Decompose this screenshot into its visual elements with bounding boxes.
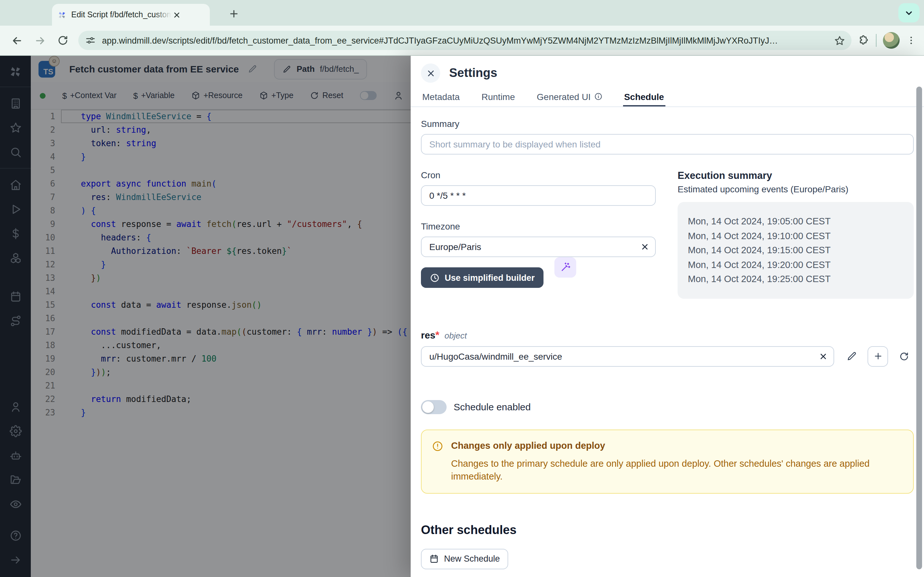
simplified-builder-button[interactable]: Use simplified builder [421,268,544,288]
close-icon [426,68,435,78]
new-schedule-button[interactable]: New Schedule [421,548,508,569]
clock-icon [430,273,439,282]
browser-chrome: Edit Script f/bd/fetch_custom [0,0,924,56]
upcoming-events-box: Mon, 14 Oct 2024, 19:05:00 CESTMon, 14 O… [678,202,914,298]
ai-wand-button[interactable] [554,257,576,277]
browser-tab[interactable]: Edit Script f/bd/fetch_custom [52,4,210,26]
res-arg-name: res [421,329,435,340]
refresh-resource-button[interactable] [895,347,914,366]
summary-label: Summary [421,119,914,129]
upcoming-event: Mon, 14 Oct 2024, 19:25:00 CEST [688,272,903,286]
forward-button[interactable] [31,31,49,49]
url-text[interactable]: app.windmill.dev/scripts/edit/f/bd/fetch… [102,35,829,45]
summary-input[interactable] [421,134,914,155]
tab-close-icon[interactable] [173,11,181,19]
edit-resource-button[interactable] [842,347,861,366]
close-drawer-button[interactable] [421,63,440,83]
new-tab-button[interactable] [226,6,241,21]
drawer-title: Settings [449,66,497,80]
schedule-enabled-toggle[interactable] [421,400,447,414]
clear-timezone-icon[interactable] [640,242,649,251]
add-resource-plus-button[interactable] [868,346,888,366]
timezone-label: Timezone [421,221,656,231]
warning-title: Changes only applied upon deploy [451,440,903,450]
pencil-icon [846,351,857,362]
tab-list-chevron-button[interactable] [898,3,919,23]
schedule-enabled-label: Schedule enabled [454,401,531,412]
plus-icon [873,351,883,361]
profile-avatar[interactable] [883,32,900,49]
other-schedules-title: Other schedules [421,523,914,537]
cron-label: Cron [421,170,656,180]
execution-summary-subtitle: Estimated upcoming events (Europe/Paris) [678,184,914,194]
magic-wand-icon [560,262,570,272]
deploy-warning-box: Changes only applied upon deploy Changes… [421,429,914,493]
alert-circle-icon [432,440,443,482]
menu-kebab-icon[interactable] [906,35,916,45]
settings-tabs: MetadataRuntimeGenerated UISchedule [411,88,924,107]
back-button[interactable] [8,31,26,49]
bookmark-star-icon[interactable] [834,35,845,46]
resource-input[interactable] [421,346,835,366]
drawer-scrollbar[interactable] [916,87,922,569]
res-arg-type: object [445,330,467,340]
toolbar-separator [876,34,877,47]
tab-strip: Edit Script f/bd/fetch_custom [0,0,924,26]
settings-tab-metadata[interactable]: Metadata [421,88,461,106]
required-asterisk: * [435,329,439,340]
settings-drawer: Settings MetadataRuntimeGenerated UISche… [411,56,924,577]
windmill-favicon [57,10,67,19]
upcoming-event: Mon, 14 Oct 2024, 19:05:00 CEST [688,214,903,229]
settings-tab-generated-ui[interactable]: Generated UI [535,88,604,106]
address-bar[interactable]: app.windmill.dev/scripts/edit/f/bd/fetch… [78,31,851,50]
settings-tab-schedule[interactable]: Schedule [623,88,666,106]
extensions-icon[interactable] [858,35,869,46]
cron-input[interactable] [421,185,656,206]
settings-tab-runtime[interactable]: Runtime [480,88,516,106]
info-icon [594,92,602,101]
refresh-icon [899,351,909,361]
browser-toolbar: app.windmill.dev/scripts/edit/f/bd/fetch… [0,26,924,56]
clear-resource-icon[interactable] [819,351,828,361]
calendar-icon [429,554,439,564]
upcoming-event: Mon, 14 Oct 2024, 19:15:00 CEST [688,243,903,258]
drawer-backdrop[interactable] [0,56,411,577]
warning-body: Changes to the primary schedule are only… [451,457,903,482]
reload-button[interactable] [54,31,72,49]
execution-summary-title: Execution summary [678,170,914,181]
upcoming-event: Mon, 14 Oct 2024, 19:20:00 CEST [688,258,903,272]
upcoming-event: Mon, 14 Oct 2024, 19:10:00 CEST [688,229,903,243]
site-settings-icon[interactable] [86,35,95,45]
timezone-input[interactable] [421,237,656,257]
